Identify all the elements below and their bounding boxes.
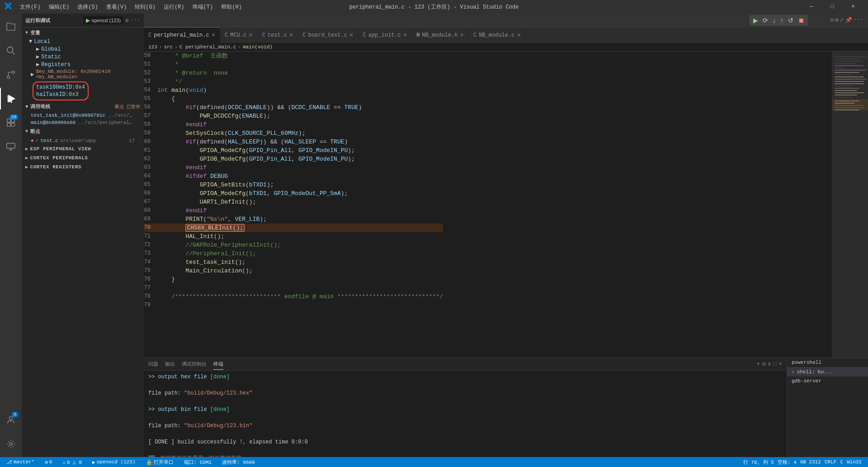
var-registers[interactable]: ▶ Registers — [27, 61, 144, 68]
status-port[interactable]: 🔒 打开串口 — [144, 457, 175, 467]
esp-header[interactable]: ▶ ESP PERIPHERAL VIEW — [22, 144, 144, 153]
activity-account[interactable]: 1 — [0, 409, 22, 431]
breakpoint-test-c[interactable]: ● ✓ test.c src\user\app 17 — [22, 137, 144, 144]
tab-board-close[interactable]: × — [349, 32, 353, 38]
tab-nbc-close[interactable]: × — [517, 32, 520, 38]
terminal-add-icon[interactable]: + — [757, 361, 760, 367]
var-static[interactable]: ▶ Static — [27, 53, 144, 61]
callstack-frame-0[interactable]: test_task_init@0x0000701c ../src/user/ap… — [22, 112, 144, 119]
cortex-registers-header[interactable]: ▶ CORTEX REGISTERS — [22, 162, 144, 172]
status-lang[interactable]: C — [838, 457, 845, 467]
titlebar-menu[interactable]: 文件(F) 编辑(E) 选择(S) 查看(V) 转到(G) 运行(R) 终端(T… — [5, 2, 245, 12]
tab-terminal[interactable]: 终端 — [213, 359, 223, 370]
terminal-content[interactable]: >> output hex file [done] file path: "bu… — [144, 371, 787, 457]
tab-problems[interactable]: 问题 — [148, 359, 158, 369]
debug-continue-btn[interactable]: ▶ — [751, 16, 760, 25]
tab-mcu-close[interactable]: × — [249, 32, 252, 38]
tab-app-init[interactable]: C app_init.c × — [359, 27, 412, 43]
more-actions-icon[interactable]: ··· — [854, 17, 863, 24]
pin-icon[interactable]: 📌 — [845, 17, 852, 24]
debug-restart-btn[interactable]: ↺ — [786, 16, 795, 25]
menu-terminal[interactable]: 终端(T) — [190, 3, 216, 11]
tab-debug-console[interactable]: 调试控制台 — [182, 359, 207, 369]
rtp-gdb-server[interactable]: gdb-server — [787, 376, 868, 386]
tab-test-close[interactable]: × — [289, 32, 293, 38]
status-branch[interactable]: ⎇ master* — [5, 457, 36, 467]
minimize-button[interactable]: ─ — [801, 0, 822, 14]
debug-step-over-btn[interactable]: ⟳ — [761, 16, 770, 25]
var-local[interactable]: ▼ Local — [27, 38, 144, 45]
menu-file[interactable]: 文件(F) — [17, 3, 43, 11]
debug-more-icon[interactable]: ··· — [130, 17, 140, 24]
activity-remote[interactable] — [0, 136, 22, 157]
minimap[interactable] — [832, 52, 868, 357]
menu-help[interactable]: 帮助(H) — [218, 3, 245, 11]
status-encoding[interactable]: GB 2312 — [798, 457, 823, 467]
breakpoints-header[interactable]: ▼ 断点 — [22, 126, 144, 137]
tab-test[interactable]: C test.c × — [258, 27, 298, 43]
callstack-frame-1[interactable]: main@0x00006e60 ../src/peripheral_main.c… — [22, 119, 144, 126]
haltaskid-var[interactable]: halTaskID: 0x3 — [36, 91, 85, 98]
status-cursor[interactable]: 行 70, 列 5 — [741, 457, 776, 467]
tab-output[interactable]: 输出 — [165, 359, 175, 369]
maximize-panel-icon[interactable]: ⤢ — [840, 17, 844, 24]
menu-view[interactable]: 查看(V) — [104, 3, 130, 11]
menu-edit[interactable]: 编辑(E) — [46, 3, 72, 11]
bp-checkbox[interactable]: ● — [31, 138, 34, 143]
rtp-powershell[interactable]: powershell — [787, 358, 868, 367]
var-global[interactable]: ▶ Global — [27, 45, 144, 53]
activity-settings[interactable] — [0, 433, 22, 455]
terminal-minimize-icon[interactable]: ∧ — [768, 361, 771, 367]
debug-settings-icon[interactable]: ⚙ — [125, 17, 128, 24]
debug-step-out-btn[interactable]: ↑ — [778, 16, 785, 25]
status-indent[interactable]: 空格: 4 — [776, 457, 798, 467]
tab-nb-module-c[interactable]: C NB_module.c × — [469, 27, 526, 43]
code-editor[interactable]: 50 * @brief 主函数 51 * 52 * @return none 5… — [144, 52, 832, 357]
vscode-logo — [5, 2, 12, 12]
tab-appinit-close[interactable]: × — [403, 32, 407, 38]
maximize-button[interactable]: □ — [822, 0, 843, 14]
close-button[interactable]: × — [843, 0, 863, 14]
tab-peripheral-main[interactable]: C peripheral_main.c × — [144, 27, 220, 43]
callstack-header[interactable]: ▼ 调用堆栈 断点 已暂停 — [22, 101, 144, 112]
tab-board-test[interactable]: C board_test.c × — [298, 27, 358, 43]
terminal-split-icon[interactable]: ⊟ — [762, 361, 765, 367]
breadcrumb-function[interactable]: main(void) — [243, 44, 273, 50]
breadcrumb-file[interactable]: C peripheral_main.c — [179, 44, 236, 50]
status-debug[interactable]: ▶ openocd (123) — [90, 457, 137, 467]
monitor-nb-module[interactable]: ▶ $my_NB_module: 0x20002410 <my_NB_modul… — [29, 68, 144, 80]
task100msid-var[interactable]: task100msID: 0x4 — [36, 84, 85, 91]
tab-nbh-close[interactable]: × — [460, 32, 464, 38]
line-55: 55 { — [144, 95, 443, 103]
status-errors[interactable]: ⚠ 0 △ 0 — [61, 457, 84, 467]
status-com[interactable]: 端口: COM1 — [182, 457, 214, 467]
menu-goto[interactable]: 转到(G) — [132, 3, 158, 11]
activity-search[interactable] — [0, 40, 22, 62]
rtp-shell[interactable]: ✓ shell: bu... — [787, 367, 868, 376]
split-icon[interactable]: ⊟ — [830, 17, 834, 24]
cortex-peripherals-header[interactable]: ▶ CORTEX PERIPHERALS — [22, 153, 144, 162]
window-controls[interactable]: ─ □ × — [801, 0, 863, 14]
activity-explorer[interactable] — [0, 16, 22, 38]
tab-mcu[interactable]: C MCU.c × — [220, 27, 258, 43]
debug-step-into-btn[interactable]: ↓ — [771, 16, 778, 25]
status-baud[interactable]: 波特率: 9600 — [220, 457, 257, 467]
layout-icon[interactable]: ⊞ — [835, 17, 838, 24]
breadcrumb-root[interactable]: 123 — [148, 44, 157, 50]
variables-header[interactable]: ▼ 变量 — [22, 28, 144, 38]
tab-peripheral-close[interactable]: × — [212, 32, 215, 38]
status-platform[interactable]: Win32 — [845, 457, 863, 467]
activity-extensions[interactable]: 23 — [0, 112, 22, 133]
terminal-maximize-icon[interactable]: □ — [774, 361, 777, 367]
status-eol[interactable]: CRLF — [823, 457, 838, 467]
activity-debug[interactable] — [0, 88, 22, 110]
activity-scm[interactable] — [0, 64, 22, 86]
tab-nb-module-h[interactable]: H NB_module.h × — [412, 27, 469, 43]
debug-stop-btn[interactable]: ⏹ — [796, 16, 806, 25]
status-sync[interactable]: ⚙ 0 — [43, 457, 54, 467]
run-debug-button[interactable]: ▶ opencd (123) — [83, 16, 123, 24]
terminal-close-icon[interactable]: × — [779, 361, 782, 367]
menu-select[interactable]: 选择(S) — [75, 3, 101, 11]
breadcrumb-src[interactable]: src — [164, 44, 173, 50]
menu-run[interactable]: 运行(R) — [161, 3, 187, 11]
